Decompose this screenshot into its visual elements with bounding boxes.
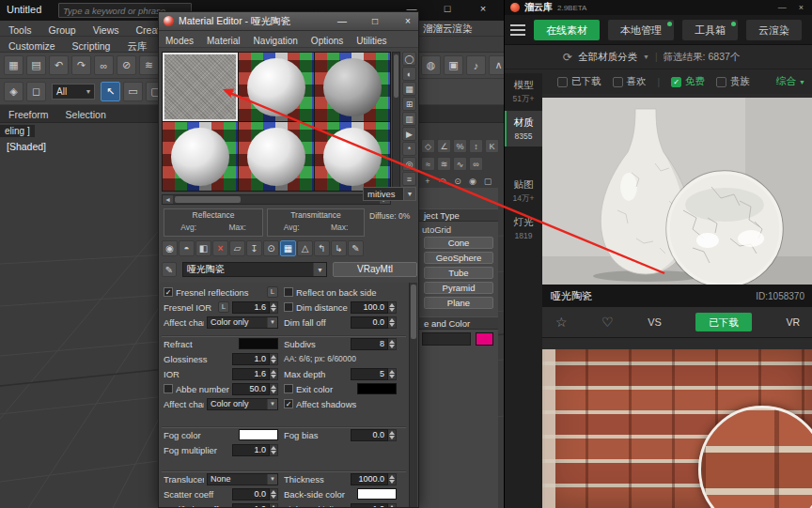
sample-horizontal-scrollbar[interactable]: ◄ ► (162, 194, 391, 205)
spin-up-icon[interactable] (389, 318, 395, 322)
spin-down-icon[interactable] (389, 375, 395, 378)
spinner-arrows[interactable] (388, 503, 397, 508)
nav-tab-2[interactable]: 工具箱 (682, 20, 738, 40)
spinner-arrows[interactable] (270, 444, 278, 456)
color-swatch[interactable] (239, 429, 278, 440)
spin-down-icon[interactable] (389, 345, 395, 348)
unlink-icon[interactable]: ⊘ (117, 55, 136, 75)
checkbox[interactable]: ✓ (284, 399, 293, 408)
spin-down-icon[interactable] (389, 480, 395, 484)
viewport-shading-label[interactable]: [Shaded] (7, 141, 46, 152)
assign-to-selection-icon[interactable]: ◧ (195, 240, 211, 256)
ripple-icon[interactable]: ≋ (437, 157, 451, 171)
checkbox[interactable] (284, 302, 293, 312)
material-type-button[interactable]: VRayMtl (333, 262, 417, 277)
material-sample-slot[interactable] (239, 122, 314, 191)
select-by-name-icon[interactable]: ▭ (123, 82, 143, 101)
color-swatch[interactable] (357, 383, 397, 394)
material-id-icon[interactable]: ⊙ (263, 240, 279, 256)
object-type-button[interactable]: Tube (424, 267, 493, 279)
lock-button[interactable]: L (218, 301, 229, 313)
hamburger-menu-icon[interactable] (510, 24, 525, 36)
render-production-icon[interactable]: ♪ (466, 55, 486, 75)
layer-manager-icon[interactable]: ▤ (26, 55, 46, 75)
uv-tiling-icon[interactable]: ⊞ (402, 97, 416, 111)
like-heart-icon[interactable]: ♡ (601, 315, 614, 330)
value-spinner[interactable]: 0.0 (232, 488, 278, 500)
backlight-icon[interactable]: ◐ (402, 67, 416, 81)
checkbox[interactable] (284, 287, 293, 297)
value-spinner[interactable]: 1.0 (232, 503, 278, 508)
get-material-icon[interactable]: ◉ (162, 240, 178, 256)
spinner-snap-icon[interactable]: ↕ (469, 139, 483, 153)
options-icon[interactable]: * (402, 142, 416, 156)
filter-checkbox-2[interactable]: ✓免费 (671, 75, 705, 88)
spin-down-icon[interactable] (271, 495, 276, 499)
checkbox[interactable]: ✓ (164, 287, 173, 297)
spin-down-icon[interactable] (271, 390, 276, 393)
select-by-material-icon[interactable]: ◎ (402, 157, 416, 171)
dropdown[interactable]: Color only▼ (207, 398, 278, 410)
value-spinner[interactable]: 1.0 (232, 353, 278, 365)
object-color-swatch[interactable] (476, 332, 493, 346)
spinner-arrows[interactable] (388, 316, 397, 329)
brick-material-preview-image[interactable] (542, 349, 812, 508)
show-end-result-icon[interactable]: △ (297, 240, 313, 256)
motion-tab-icon[interactable]: ◉ (466, 176, 479, 187)
object-type-button[interactable]: GeoSphere (424, 252, 493, 264)
object-type-button[interactable]: Pyramid (424, 282, 493, 294)
material-sample-slot[interactable] (163, 122, 238, 191)
color-swatch[interactable] (357, 488, 397, 500)
checkbox[interactable] (284, 384, 293, 393)
spin-up-icon[interactable] (271, 490, 276, 494)
value-spinner[interactable]: 1.6 (232, 368, 278, 380)
filter-checkbox-3[interactable]: 贵族 (716, 75, 750, 88)
spin-up-icon[interactable] (389, 370, 395, 374)
minimize-icon[interactable]: — (774, 3, 790, 12)
pick-material-icon[interactable]: ✎ (348, 240, 364, 256)
percent-snap-toggle-icon[interactable]: % (453, 139, 467, 153)
nav-tab-1[interactable]: 本地管理 (608, 20, 674, 40)
spin-up-icon[interactable] (389, 340, 395, 344)
category-item-3[interactable]: 灯光1819 (505, 210, 542, 246)
maximize-button[interactable]: □ (434, 1, 461, 16)
ribbon-tab-0[interactable]: Freeform (0, 106, 57, 124)
material-navigator-icon[interactable]: ≡ (402, 172, 416, 186)
make-preview-icon[interactable]: ▶ (402, 127, 416, 141)
value-spinner[interactable]: 1.0 (351, 503, 397, 508)
checkbox-icon[interactable] (613, 77, 623, 87)
value-spinner[interactable]: 100.0 (351, 301, 397, 314)
object-type-button[interactable]: Cone (424, 237, 493, 249)
spin-up-icon[interactable] (271, 505, 276, 508)
spinner-arrows[interactable] (388, 429, 397, 441)
spinner-arrows[interactable] (270, 301, 278, 314)
hierarchy-tab-icon[interactable]: ⊙ (451, 176, 464, 187)
spin-up-icon[interactable] (271, 355, 276, 359)
modeling-tab-partial[interactable]: eling ] (0, 125, 35, 137)
vs-button[interactable]: VS (648, 316, 662, 328)
spin-up-icon[interactable] (389, 303, 395, 307)
material-sample-slot[interactable] (315, 122, 390, 191)
object-name-field[interactable] (422, 332, 471, 346)
spin-down-icon[interactable] (389, 436, 395, 439)
dropdown[interactable]: None▼ (207, 473, 278, 485)
spin-up-icon[interactable] (271, 370, 276, 374)
spin-down-icon[interactable] (271, 308, 276, 312)
close-button[interactable]: × (399, 14, 416, 28)
put-to-scene-icon[interactable]: ◓ (179, 240, 195, 256)
video-color-check-icon[interactable]: ▥ (402, 112, 416, 126)
spin-down-icon[interactable] (389, 308, 395, 312)
material-preview-image[interactable] (542, 98, 812, 285)
maximize-button[interactable]: □ (367, 14, 383, 28)
reset-map-icon[interactable]: × (212, 240, 228, 256)
make-unique-icon[interactable]: ▱ (229, 240, 245, 256)
me-menu-1[interactable]: Material (200, 33, 247, 50)
pick-material-icon[interactable]: ✎ (162, 262, 177, 277)
spin-up-icon[interactable] (389, 475, 395, 479)
spinner-arrows[interactable] (388, 473, 397, 485)
scroll-left-icon[interactable]: ◄ (163, 195, 173, 204)
snaps-toggle-icon[interactable]: ◇ (421, 139, 435, 153)
render-setup-icon[interactable]: ◍ (421, 55, 441, 75)
select-link-icon[interactable]: ∞ (94, 55, 114, 75)
spin-up-icon[interactable] (271, 303, 276, 307)
